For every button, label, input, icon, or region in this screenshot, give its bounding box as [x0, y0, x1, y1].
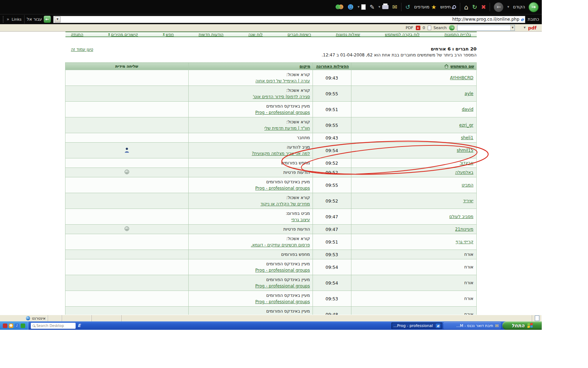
username-link[interactable]: sheli1: [461, 135, 474, 140]
nav-logout[interactable]: התנתק: [71, 32, 83, 37]
online-user-row: ezri_gr 09:55 קורא אשכול: חוו"ד | מודעת …: [65, 117, 476, 133]
sort-icon[interactable]: [444, 64, 449, 68]
taskbar-task-inbox[interactable]: ✉ תיבת דואר נכנס - M...: [443, 322, 501, 329]
username-link[interactable]: באלמעלה: [455, 170, 473, 175]
pdf-menu-label[interactable]: PDF: [406, 26, 413, 30]
location-link[interactable]: מחירים של הקלדה או ניקוד: [260, 202, 310, 206]
messenger-button[interactable]: ☻: [348, 4, 354, 10]
tray-icon[interactable]: [21, 323, 25, 328]
username-link[interactable]: david: [462, 107, 473, 112]
tray-icon[interactable]: [3, 323, 7, 328]
username-link[interactable]: ayle: [464, 91, 473, 96]
edit-button[interactable]: ✎: [370, 4, 374, 10]
location-link[interactable]: למה אני צריך מצלמה מקצועית?: [252, 151, 310, 156]
header-last-activity[interactable]: הפעילות האחרונה: [316, 64, 349, 69]
back-arrow-icon: →: [531, 4, 536, 10]
last-activity-time: 09:52: [313, 168, 351, 177]
username-link[interactable]: מעיינות21: [455, 227, 473, 232]
pdf-icon[interactable]: A: [416, 26, 420, 30]
location-link[interactable]: פרסום תכשיטים עתיקים - דוגמא.: [251, 243, 310, 247]
go-arrow-icon: ←: [44, 16, 51, 23]
last-activity-time: 09:54: [313, 275, 351, 291]
header-location[interactable]: מיקום: [300, 64, 310, 69]
quick-launch-ie-icon[interactable]: E: [78, 323, 80, 328]
location-link[interactable]: עיצוב גרפי: [291, 217, 310, 222]
start-button[interactable]: התחל: [502, 321, 542, 330]
nav-faq[interactable]: שאלות נפוצות: [336, 32, 360, 37]
back-dropdown-icon[interactable]: ▼: [507, 6, 509, 8]
location-link[interactable]: Prog - professional groups: [255, 299, 310, 304]
username-link[interactable]: אביגדור: [460, 161, 473, 165]
im-cell: [65, 291, 188, 307]
home-button[interactable]: ⌂: [464, 4, 468, 11]
people-button[interactable]: ☻ ☻: [335, 4, 344, 10]
forward-button[interactable]: ←: [494, 2, 503, 12]
location-link[interactable]: Prog - professional groups: [255, 284, 310, 288]
tray-icon[interactable]: ♪: [15, 323, 19, 328]
mail-button[interactable]: ✉: [392, 4, 397, 10]
im-messenger-icon[interactable]: [124, 169, 130, 175]
username-link[interactable]: המביט: [462, 183, 473, 188]
links-toolbar-label[interactable]: Links: [12, 17, 21, 22]
location-link[interactable]: סגירה לדפוס| סידור הדפים אוט': [253, 94, 310, 99]
back-button-label[interactable]: הקודם: [513, 5, 525, 9]
reload-page-link[interactable]: טען עמוד זה: [71, 47, 93, 52]
pdf-toolbar: PDF A 0 Search → ▼ ▼ pdf: [0, 24, 542, 32]
nav-user-control-panel[interactable]: לוח בקרה למשתמש: [385, 32, 420, 37]
address-input[interactable]: e http://www.prog.co.il/online.php ▼: [53, 16, 525, 23]
address-url[interactable]: http://www.prog.co.il/online.php: [62, 17, 519, 22]
pdf-brand-button[interactable]: pdf: [528, 25, 537, 30]
history-button[interactable]: ↺: [405, 4, 410, 10]
nav-picture-gallery[interactable]: גלריית התמונות: [444, 32, 471, 37]
document-icon[interactable]: [428, 26, 431, 30]
tray-icon[interactable]: ☻: [9, 323, 13, 328]
location-text: מחפש בפורומים: [191, 251, 310, 258]
nav-quick-links[interactable]: קישורים מהירים ▼: [108, 32, 138, 37]
header-username[interactable]: שם המשתמש: [450, 64, 474, 69]
refresh-button[interactable]: ↻: [472, 4, 477, 10]
im-cell: [65, 259, 188, 275]
last-activity-time: 09:51: [313, 234, 351, 250]
location-link[interactable]: Prog - professional groups: [255, 268, 310, 273]
toolbar-grip[interactable]: [3, 16, 4, 22]
online-user-row: אורח 09:53 מעיין באינדקס הפורומים Prog -…: [65, 291, 476, 307]
im-profile-icon[interactable]: [124, 147, 130, 153]
username-link[interactable]: יאיריד: [463, 198, 473, 203]
go-button[interactable]: ← עבור אל: [27, 16, 51, 23]
chevron-expand-icon[interactable]: «: [7, 17, 9, 22]
favorites-button[interactable]: ★ מועדפים: [414, 4, 436, 10]
location-link[interactable]: חוו"ד | מודעת תדמית שלי: [264, 126, 310, 131]
location-link[interactable]: Prog - professional groups: [255, 186, 310, 191]
username-link[interactable]: shmil15: [457, 148, 473, 153]
location-link[interactable]: Prog - professional groups: [255, 110, 310, 115]
location-cell: מעיין באינדקס הפורומים Prog - profession…: [188, 102, 313, 117]
username-link[interactable]: AYHHBCRD: [450, 75, 474, 80]
search-button[interactable]: חיפוש: [440, 5, 456, 9]
pdf-search-dropdown-icon[interactable]: ▼: [510, 25, 514, 30]
pdf-search-button[interactable]: →: [449, 25, 455, 30]
nav-members-list[interactable]: רשימת חברים: [288, 32, 311, 37]
last-activity-time: 09:43: [313, 133, 351, 143]
nav-new-posts[interactable]: הודעות חדשות: [198, 32, 223, 37]
print-button[interactable]: ▼: [378, 5, 388, 9]
back-button[interactable]: →: [529, 2, 538, 12]
pdf-search-input[interactable]: ▼: [457, 25, 515, 31]
username-link[interactable]: ezri_gr: [459, 123, 474, 128]
pdf-brand-dropdown-icon[interactable]: ▼: [524, 26, 525, 29]
online-user-row: מעיינות21 09:47 הודעות פרטיות: [65, 225, 476, 234]
im-messenger-icon[interactable]: [124, 226, 130, 231]
nav-calendar[interactable]: לוח שנה: [248, 32, 263, 37]
username-link[interactable]: קרייזי גרף: [456, 239, 474, 244]
pdf-result-count: 0: [423, 26, 425, 30]
taskbar-task-browser[interactable]: e ...Prog - professional gr: [391, 322, 442, 329]
desktop-search-input[interactable]: Search Desktop: [31, 323, 76, 329]
stop-button[interactable]: ✖: [481, 4, 486, 10]
location-link[interactable]: עזרה | האימייל של דפוס אחוה: [255, 79, 310, 83]
username-link[interactable]: מסביב לעולם: [449, 214, 474, 219]
favorites-button-label: מועדפים: [414, 5, 429, 9]
online-user-row: AYHHBCRD 09:43 קורא אשכול: עזרה | האימיי…: [65, 70, 476, 86]
go-button-label: עבור אל: [27, 17, 42, 22]
address-dropdown-button[interactable]: ▼: [55, 16, 61, 22]
nav-search[interactable]: חפש ▼: [163, 32, 174, 37]
page-menu-button[interactable]: ▼: [358, 4, 366, 10]
